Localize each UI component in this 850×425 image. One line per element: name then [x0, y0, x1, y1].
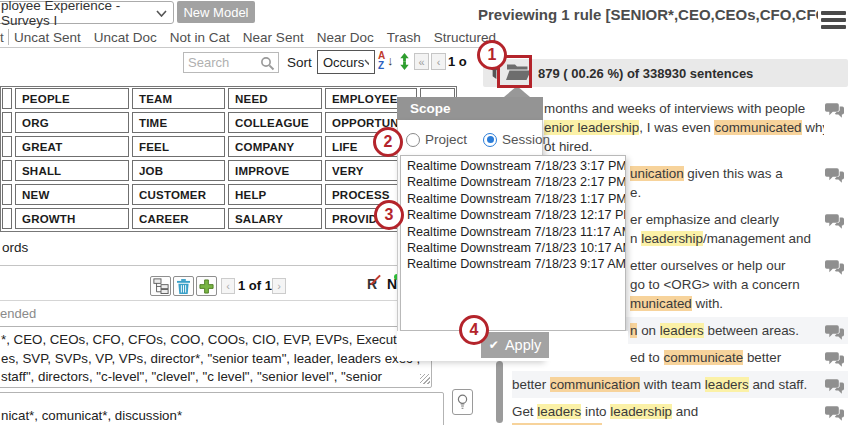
sentence-line: months and weeks of interviews with peop… [512, 99, 824, 118]
word-cell[interactable]: NEED [228, 88, 322, 109]
tab-near-sent[interactable]: Near Sent [243, 30, 304, 45]
comment-icon[interactable] [825, 352, 844, 372]
word-cell[interactable]: JOB [132, 160, 225, 181]
exclude-input[interactable] [0, 392, 444, 425]
sentence-line: communication classes to show them that … [512, 421, 824, 425]
sentence-text: better [743, 350, 781, 365]
resize-handle[interactable] [420, 374, 430, 384]
divider [0, 300, 457, 301]
radio-project[interactable]: Project [406, 132, 467, 147]
word-cell[interactable]: GREAT [15, 136, 129, 157]
sentence-text: Get [512, 404, 537, 419]
word-cell[interactable]: ORG [15, 112, 129, 133]
word-cell[interactable]: CUSTOMER [132, 184, 225, 205]
comment-icon[interactable] [825, 168, 844, 188]
word-cell[interactable]: TEAM [132, 88, 225, 109]
check-icon: ✔ [489, 338, 499, 352]
sentence-text: n [630, 231, 641, 246]
sentence-text: and [672, 404, 698, 419]
model-select[interactable]: ployee Experience - Surveys I [0, 1, 174, 24]
sentence-text: e. [630, 185, 641, 200]
comment-icon[interactable] [825, 406, 844, 425]
page-prev-button-bottom[interactable]: ‹ [221, 278, 235, 294]
sentence-text: go to <ORG> with a concern [630, 277, 800, 292]
n-badge-icon[interactable]: N [387, 276, 397, 292]
add-button[interactable] [196, 276, 217, 296]
tab-trash[interactable]: Trash [387, 30, 421, 45]
highlighted-term: leaders [660, 323, 704, 338]
sentence-text: with team [640, 377, 705, 392]
tab-near-doc[interactable]: Near Doc [317, 30, 374, 45]
sort-az-icon[interactable]: AZ↓ [378, 51, 397, 73]
comment-icon[interactable] [825, 379, 844, 399]
sentence-text: /management and [703, 231, 811, 246]
session-item[interactable]: Realtime Downstream 7/18/23 1:17 PM [401, 191, 625, 207]
word-cell[interactable]: IMPROVE [228, 160, 322, 181]
sentence-text: on [637, 323, 659, 338]
word-cell[interactable]: COLLEAGUE [228, 112, 322, 133]
session-item[interactable]: Realtime Downstream 7/18/23 9:17 AM [401, 256, 625, 272]
comment-icon[interactable] [825, 214, 844, 234]
delete-button[interactable] [173, 276, 194, 296]
tab-partial: t [0, 30, 4, 45]
scrollbar-thumb[interactable] [496, 361, 503, 423]
chevron-down-icon [364, 59, 369, 65]
page-first-button[interactable]: « [414, 53, 429, 70]
session-item[interactable]: Realtime Downstream 7/18/23 3:17 PM [401, 158, 625, 174]
sort-select[interactable]: Occurs [317, 50, 375, 74]
comment-icon[interactable] [825, 260, 844, 280]
session-item[interactable]: Realtime Downstream 7/18/23 12:17 PM [401, 207, 625, 223]
sentence-row[interactable]: months and weeks of interviews with peop… [512, 95, 848, 160]
row-header-cell [2, 208, 12, 229]
word-cell[interactable]: HELP [228, 184, 322, 205]
match-stats-bar: 879 ( 00.26 %) of 338930 sentences [483, 59, 848, 87]
sentence-row[interactable]: Get leaders into leadership andcommunica… [512, 398, 848, 425]
menu-icon[interactable] [821, 11, 846, 32]
sentence-text: er emphasize and clearly [630, 212, 779, 227]
search-box [183, 52, 279, 73]
annotation-step-2: 2 [373, 127, 403, 157]
categorize-tree-button[interactable] [150, 276, 171, 296]
word-cell[interactable]: FEEL [132, 136, 225, 157]
tab-uncat-doc[interactable]: Uncat Doc [94, 30, 157, 45]
word-cell[interactable]: PEOPLE [15, 88, 129, 109]
word-cell[interactable]: CAREER [132, 208, 225, 229]
scope-folder-icon[interactable] [506, 62, 531, 85]
words-label: ords [2, 240, 28, 255]
highlighted-term: communication [550, 377, 640, 392]
sentence-text: with. [692, 296, 723, 311]
word-cell[interactable]: SHALL [15, 160, 129, 181]
tab-not-in-cat[interactable]: Not in Cat [170, 30, 230, 45]
session-item[interactable]: Realtime Downstream 7/18/23 10:17 AM [401, 240, 625, 256]
rule-textarea[interactable]: *, CEO, CEOs, CFO, CFOs, COO, COOs, CIO,… [0, 326, 432, 388]
highlighted-term: leadership [610, 404, 672, 419]
page-prev-button[interactable]: ‹ [431, 53, 446, 70]
highlighted-term: leaders [537, 404, 581, 419]
radio-session[interactable]: Session [483, 132, 550, 147]
suggest-button[interactable] [452, 389, 473, 415]
annotation-step-4: 4 [459, 315, 489, 345]
word-cell[interactable]: SALARY [228, 208, 322, 229]
lightbulb-icon [457, 393, 468, 411]
sentence-text: why [802, 120, 824, 135]
search-input[interactable] [188, 54, 258, 71]
page-next-button-bottom[interactable]: › [272, 278, 286, 294]
model-select-value: ployee Experience - Surveys I [1, 0, 156, 28]
word-cell[interactable]: NEW [15, 184, 129, 205]
word-cell[interactable]: TIME [132, 112, 225, 133]
word-cell[interactable]: COMPANY [228, 136, 322, 157]
tab-uncat-sent[interactable]: Uncat Sent [14, 30, 81, 45]
apply-button[interactable]: ✔ Apply [481, 332, 549, 358]
session-item[interactable]: Realtime Downstream 7/18/23 2:17 PM [401, 174, 625, 190]
highlighted-term: communicated [714, 120, 801, 135]
sentence-row[interactable]: better communication with team leaders a… [512, 371, 848, 398]
word-cell[interactable]: GROWTH [15, 208, 129, 229]
radio-circle-selected-icon [483, 133, 497, 147]
session-item[interactable]: Realtime Downstream 7/18/23 11:17 AM [401, 224, 625, 240]
comment-icon[interactable] [825, 103, 844, 123]
new-model-button[interactable]: New Model [177, 1, 255, 23]
comment-icon[interactable] [825, 325, 844, 345]
r-badge-icon[interactable]: R [367, 276, 377, 292]
rule-text-line: *, CEO, CEOs, CFO, CFOs, COO, COOs, CIO,… [1, 331, 427, 350]
refresh-icon[interactable] [397, 52, 412, 75]
